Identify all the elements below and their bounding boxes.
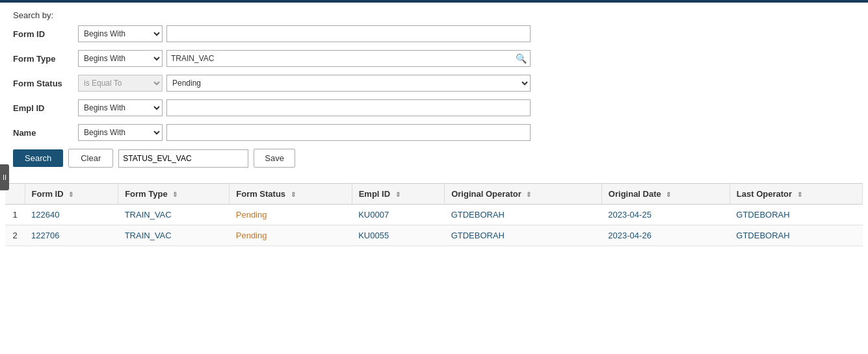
original-date-link[interactable]: 2023-04-26: [608, 231, 651, 240]
form-id-input[interactable]: [166, 25, 531, 42]
col-original-operator[interactable]: Original Operator ⇕: [445, 184, 602, 205]
empl-id-input[interactable]: [166, 99, 531, 116]
sort-icon-original-operator: ⇕: [526, 191, 531, 198]
sort-icon-original-date: ⇕: [666, 191, 671, 198]
form-id-label: Form ID: [13, 29, 78, 39]
col-original-date[interactable]: Original Date ⇕: [601, 184, 730, 205]
form-type-operator[interactable]: Begins With Contains Ends With Is Equal …: [78, 50, 163, 67]
row-num: 2: [5, 225, 25, 246]
clear-button[interactable]: Clear: [68, 149, 113, 168]
name-controls: Begins With Contains Ends With Is Equal …: [78, 124, 531, 141]
form-id-row: Form ID Begins With Contains Ends With I…: [13, 25, 855, 42]
form-id-link[interactable]: 122640: [31, 210, 59, 220]
empl-id-link[interactable]: KU0055: [358, 231, 389, 240]
col-form-status[interactable]: Form Status ⇕: [230, 184, 352, 205]
sort-icon-form-id: ⇕: [68, 191, 73, 198]
row-original-date: 2023-04-26: [601, 225, 730, 246]
search-button[interactable]: Search: [13, 149, 63, 167]
form-type-label: Form Type: [13, 54, 78, 64]
sort-icon-form-type: ⇕: [172, 191, 178, 198]
form-status-link[interactable]: Pending: [236, 210, 267, 220]
row-last-operator: GTDEBORAH: [730, 225, 862, 246]
col-form-type[interactable]: Form Type ⇕: [118, 184, 230, 205]
name-label: Name: [13, 128, 78, 138]
form-id-controls: Begins With Contains Ends With Is Equal …: [78, 25, 531, 42]
table-row: 1122640TRAIN_VACPendingKU0007GTDEBORAH20…: [5, 205, 863, 225]
row-form-type: TRAIN_VAC: [118, 225, 230, 246]
form-status-link[interactable]: Pending: [236, 231, 267, 240]
form-status-row: Form Status is Equal To Pending Approved…: [13, 75, 855, 92]
table-row: 2122706TRAIN_VACPendingKU0055GTDEBORAH20…: [5, 225, 863, 246]
name-input[interactable]: [166, 124, 531, 141]
empl-id-operator[interactable]: Begins With Contains Ends With Is Equal …: [78, 99, 163, 116]
form-type-row: Form Type Begins With Contains Ends With…: [13, 50, 855, 67]
row-form-status: Pending: [230, 205, 352, 225]
empl-id-link[interactable]: KU0007: [358, 210, 389, 220]
row-form-id: 122706: [25, 225, 118, 246]
original-date-link[interactable]: 2023-04-25: [608, 210, 651, 220]
sort-icon-form-status: ⇕: [291, 191, 296, 198]
name-operator[interactable]: Begins With Contains Ends With Is Equal …: [78, 124, 163, 141]
row-empl-id: KU0055: [352, 225, 444, 246]
row-original-operator: GTDEBORAH: [445, 205, 602, 225]
empl-id-label: Empl ID: [13, 103, 78, 113]
last-operator-link[interactable]: GTDEBORAH: [736, 231, 789, 240]
row-last-operator: GTDEBORAH: [730, 205, 862, 225]
form-status-label: Form Status: [13, 79, 78, 88]
saved-search-input[interactable]: [118, 149, 248, 168]
form-status-controls: is Equal To Pending Approved Denied Canc…: [78, 75, 531, 92]
table-header-row: Form ID ⇕ Form Type ⇕ Form Status ⇕ Empl…: [5, 184, 863, 205]
form-type-link[interactable]: TRAIN_VAC: [125, 231, 172, 240]
row-form-id: 122640: [25, 205, 118, 225]
form-status-operator: is Equal To: [78, 75, 163, 92]
row-num: 1: [5, 205, 25, 225]
row-form-type: TRAIN_VAC: [118, 205, 230, 225]
sort-icon-empl-id: ⇕: [395, 191, 401, 198]
form-type-search-icon[interactable]: 🔍: [513, 52, 529, 65]
row-form-status: Pending: [230, 225, 352, 246]
sort-icon-last-operator: ⇕: [797, 191, 802, 198]
search-by-label: Search by:: [13, 10, 855, 20]
form-id-link[interactable]: 122706: [31, 231, 59, 240]
col-empl-id[interactable]: Empl ID ⇕: [352, 184, 444, 205]
last-operator-link[interactable]: GTDEBORAH: [736, 210, 789, 220]
col-form-id[interactable]: Form ID ⇕: [25, 184, 118, 205]
form-id-operator[interactable]: Begins With Contains Ends With Is Equal …: [78, 25, 163, 42]
form-type-input[interactable]: [166, 50, 531, 67]
original-operator-link[interactable]: GTDEBORAH: [451, 231, 505, 240]
row-original-date: 2023-04-25: [601, 205, 730, 225]
collapse-tab[interactable]: II: [0, 164, 9, 190]
search-section: Search by: Form ID Begins With Contains …: [0, 3, 868, 183]
name-row: Name Begins With Contains Ends With Is E…: [13, 124, 855, 141]
empl-id-controls: Begins With Contains Ends With Is Equal …: [78, 99, 531, 116]
empl-id-row: Empl ID Begins With Contains Ends With I…: [13, 99, 855, 116]
col-last-operator[interactable]: Last Operator ⇕: [730, 184, 862, 205]
original-operator-link[interactable]: GTDEBORAH: [451, 210, 505, 220]
form-status-value[interactable]: Pending Approved Denied Cancelled: [166, 75, 531, 92]
results-table: Form ID ⇕ Form Type ⇕ Form Status ⇕ Empl…: [5, 183, 863, 246]
row-original-operator: GTDEBORAH: [445, 225, 602, 246]
save-button[interactable]: Save: [254, 149, 295, 168]
form-type-input-wrapper: 🔍: [166, 50, 531, 67]
button-row: Search Clear Save: [13, 149, 855, 168]
form-type-controls: Begins With Contains Ends With Is Equal …: [78, 50, 531, 67]
results-section: Form ID ⇕ Form Type ⇕ Form Status ⇕ Empl…: [0, 183, 868, 246]
row-empl-id: KU0007: [352, 205, 444, 225]
form-type-link[interactable]: TRAIN_VAC: [125, 210, 172, 220]
